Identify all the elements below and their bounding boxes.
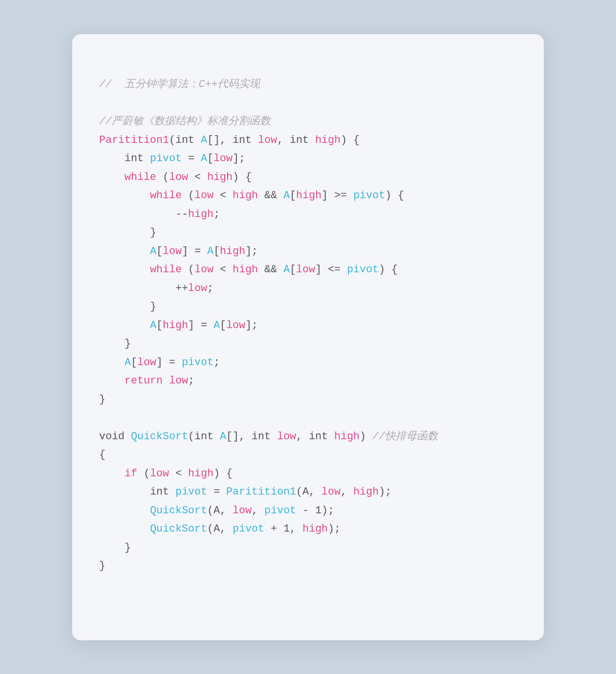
code-card: // 五分钟学算法：C++代码实现 //严蔚敏《数据结构》标准分割函数 Pari… (72, 34, 544, 640)
comment-title: // 五分钟学算法：C++代码实现 (99, 78, 260, 90)
code-block: // 五分钟学算法：C++代码实现 //严蔚敏《数据结构》标准分割函数 Pari… (99, 57, 517, 595)
func-quicksort: QuickSort (131, 431, 188, 443)
func-partition1: Paritition1 (99, 134, 169, 146)
comment-source: //严蔚敏《数据结构》标准分割函数 (99, 115, 270, 127)
